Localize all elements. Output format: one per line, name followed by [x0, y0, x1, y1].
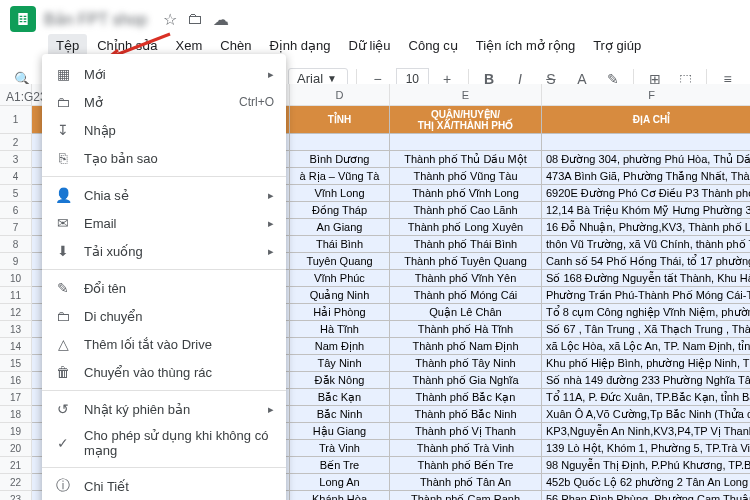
col-header[interactable]: E [390, 84, 542, 106]
table-cell[interactable]: Thành phố Cam Ranh [390, 491, 542, 500]
table-cell[interactable]: Hà Tĩnh [290, 321, 390, 338]
table-cell[interactable]: 16 Đỗ Nhuận, Phường,KV3, Thành phố Long … [542, 219, 750, 236]
table-cell[interactable]: Thành phố Bến Tre [390, 457, 542, 474]
table-cell[interactable]: Đắk Nông [290, 372, 390, 389]
table-cell[interactable]: 08 Đường 304, phường Phú Hòa, Thủ Dầu Mộ… [542, 151, 750, 168]
table-header[interactable]: QUẬN/HUYỆN/THỊ XÃ/THÀNH PHỐ [390, 106, 542, 134]
row-header[interactable]: 14 [0, 338, 32, 355]
table-cell[interactable]: Thành phố Thủ Dầu Một [390, 151, 542, 168]
table-cell[interactable]: xã Lộc Hòa, xã Lộc An, TP. Nam Định, tỉn… [542, 338, 750, 355]
table-header[interactable]: ĐỊA CHỈ [542, 106, 750, 134]
menu-trash[interactable]: 🗑Chuyển vào thùng rác [42, 358, 286, 386]
table-cell[interactable]: Thành phố Vĩnh Long [390, 185, 542, 202]
menu-import[interactable]: ↧Nhập [42, 116, 286, 144]
table-cell[interactable]: Bình Dương [290, 151, 390, 168]
table-cell[interactable]: Bắc Ninh [290, 406, 390, 423]
table-cell[interactable]: 452b Quốc Lộ 62 phường 2 Tân An Long An [542, 474, 750, 491]
table-cell[interactable]: Hậu Giang [290, 423, 390, 440]
table-cell[interactable]: Thành phố Trà Vinh [390, 440, 542, 457]
table-cell[interactable]: Khu phố Hiệp Bình, phường Hiệp Ninh, TP.… [542, 355, 750, 372]
table-cell[interactable]: Thành phố Thái Bình [390, 236, 542, 253]
table-cell[interactable]: Thành phố Tây Ninh [390, 355, 542, 372]
table-cell[interactable]: Tuyên Quang [290, 253, 390, 270]
name-box[interactable]: A1:G23 [4, 88, 46, 106]
menu-details[interactable]: ⓘChi Tiết [42, 472, 286, 500]
table-cell[interactable]: Xuân Ô A,Võ Cường,Tp Bắc Ninh (Thửa đất … [542, 406, 750, 423]
table-cell[interactable]: Thành phố Vĩnh Yên [390, 270, 542, 287]
cloud-icon[interactable]: ☁ [213, 10, 229, 29]
menu-offline[interactable]: ✓Cho phép sử dụng khi không có mạng [42, 423, 286, 463]
menu-tools[interactable]: Công cụ [401, 34, 466, 57]
row-header[interactable]: 3 [0, 151, 32, 168]
star-icon[interactable]: ☆ [163, 10, 177, 29]
table-cell[interactable]: Canh số 54 Phố Hồng Thái, tổ 17 phường P… [542, 253, 750, 270]
table-cell[interactable]: Hải Phòng [290, 304, 390, 321]
row-header[interactable]: 11 [0, 287, 32, 304]
menu-new[interactable]: ▦Mới▸ [42, 60, 286, 88]
menu-email[interactable]: ✉Email▸ [42, 209, 286, 237]
menu-move[interactable]: 🗀Di chuyển [42, 302, 286, 330]
row-header[interactable]: 13 [0, 321, 32, 338]
row-header[interactable]: 7 [0, 219, 32, 236]
table-cell[interactable]: à Rịa – Vũng Tà [290, 168, 390, 185]
table-cell[interactable]: Thành phố Vị Thanh [390, 423, 542, 440]
menu-rename[interactable]: ✎Đổi tên [42, 274, 286, 302]
table-cell[interactable]: Bến Tre [290, 457, 390, 474]
row-header[interactable]: 19 [0, 423, 32, 440]
table-cell[interactable]: Thành phố Bắc Kạn [390, 389, 542, 406]
row-header[interactable]: 15 [0, 355, 32, 372]
folder-icon[interactable]: 🗀 [187, 10, 203, 29]
table-cell[interactable]: Long An [290, 474, 390, 491]
row-header[interactable]: 10 [0, 270, 32, 287]
table-cell[interactable]: 473A Bình Giã, Phường Thắng Nhất, Thành … [542, 168, 750, 185]
table-header[interactable]: TỈNH [290, 106, 390, 134]
row-header[interactable]: 9 [0, 253, 32, 270]
table-cell[interactable]: 139 Lò Hột, Khóm 1, Phường 5, TP.Trà Vin… [542, 440, 750, 457]
menu-copy[interactable]: ⎘Tạo bản sao [42, 144, 286, 172]
table-cell[interactable]: Phường Trần Phú-Thành Phố Móng Cái-Tỉnh … [542, 287, 750, 304]
table-cell[interactable]: Bắc Kạn [290, 389, 390, 406]
table-cell[interactable]: Thành phố Hà Tĩnh [390, 321, 542, 338]
menu-data[interactable]: Dữ liệu [341, 34, 399, 57]
row-header[interactable]: 12 [0, 304, 32, 321]
col-header[interactable]: D [290, 84, 390, 106]
menu-shortcut[interactable]: △Thêm lối tắt vào Drive [42, 330, 286, 358]
doc-title[interactable]: Bản FPT shop [44, 10, 147, 29]
table-cell[interactable]: Tây Ninh [290, 355, 390, 372]
table-cell[interactable]: 98 Nguyễn Thị Định, P.Phú Khương, TP.Bến… [542, 457, 750, 474]
row-header[interactable]: 8 [0, 236, 32, 253]
table-cell[interactable]: Thành phố Cao Lãnh [390, 202, 542, 219]
table-cell[interactable]: Thành phố Vũng Tàu [390, 168, 542, 185]
table-cell[interactable]: Tổ 8 cụm Công nghiệp Vĩnh Niệm, phường V… [542, 304, 750, 321]
table-cell[interactable]: Thành phố Long Xuyên [390, 219, 542, 236]
table-cell[interactable]: Thành phố Tuyên Quang [390, 253, 542, 270]
menu-help[interactable]: Trợ giúp [585, 34, 649, 57]
table-cell[interactable]: Thái Bình [290, 236, 390, 253]
table-cell[interactable]: Đồng Tháp [290, 202, 390, 219]
table-cell[interactable]: Vĩnh Long [290, 185, 390, 202]
menu-share[interactable]: 👤Chia sẻ▸ [42, 181, 286, 209]
table-cell[interactable]: Số nhà 149 đường 233 Phường Nghĩa Tân , … [542, 372, 750, 389]
row-header[interactable]: 6 [0, 202, 32, 219]
row-header[interactable]: 23 [0, 491, 32, 500]
menu-download[interactable]: ⬇Tải xuống▸ [42, 237, 286, 265]
table-cell[interactable]: Trà Vinh [290, 440, 390, 457]
row-header[interactable]: 21 [0, 457, 32, 474]
menu-extensions[interactable]: Tiện ích mở rộng [468, 34, 583, 57]
row-header[interactable]: 20 [0, 440, 32, 457]
table-cell[interactable]: thôn Vũ Trường, xã Vũ Chính, thành phố T… [542, 236, 750, 253]
table-cell[interactable]: 56 Phan Đình Phùng, Phường Cam Thuận , T… [542, 491, 750, 500]
table-cell[interactable]: Số 168 Đường Nguyễn tất Thành, Khu Hành … [542, 270, 750, 287]
table-cell[interactable]: Số 67 , Tân Trung , Xã Thạch Trung , Thà… [542, 321, 750, 338]
table-cell[interactable]: Nam Định [290, 338, 390, 355]
table-cell[interactable]: Khánh Hòa [290, 491, 390, 500]
row-header[interactable]: 18 [0, 406, 32, 423]
row-header[interactable]: 17 [0, 389, 32, 406]
row-header[interactable]: 4 [0, 168, 32, 185]
table-cell[interactable]: Thành phố Bắc Ninh [390, 406, 542, 423]
table-cell[interactable]: KP3,Nguyễn An Ninh,KV3,P4,TP Vị Thanh [542, 423, 750, 440]
row-header[interactable]: 5 [0, 185, 32, 202]
table-cell[interactable]: Vĩnh Phúc [290, 270, 390, 287]
table-cell[interactable]: Tổ 11A, P. Đức Xuân, TP.Bắc Kạn, tỉnh Bắ… [542, 389, 750, 406]
table-cell[interactable]: Thành phố Móng Cái [390, 287, 542, 304]
